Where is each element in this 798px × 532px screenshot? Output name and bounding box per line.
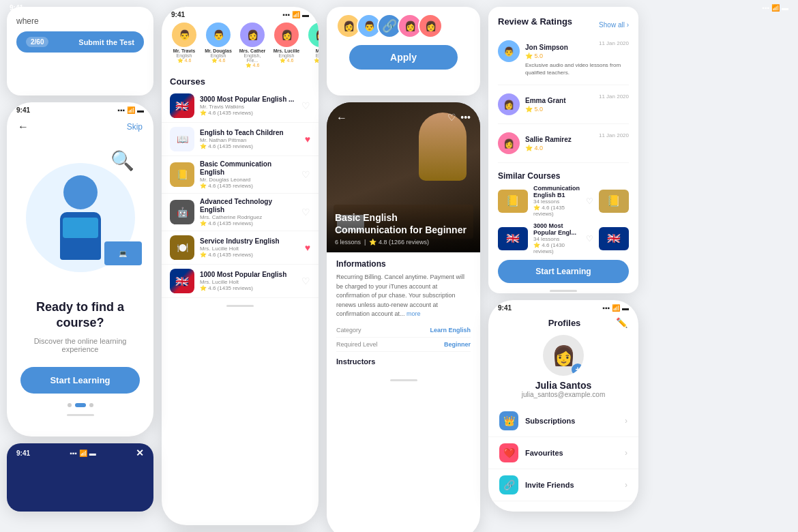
course-item-6[interactable]: 🇬🇧 1000 Most Popular English Mrs. Lucill… — [162, 265, 319, 298]
similar-thumb-img-1: 📒 — [599, 190, 629, 213]
review-handle — [550, 290, 577, 292]
instructors-section-label: Instructors — [336, 357, 471, 366]
teacher-item[interactable]: 👨 Mr. Travis English ⭐ 4.6 — [170, 23, 198, 68]
partial-phone-bottom: 9:41 ▪▪▪ 📶 ▬ ✕ — [7, 443, 153, 512]
similar-info-2: 3000 Most Popular Engl... 34 lessons ⭐ 4… — [533, 222, 580, 254]
apply-avatar-5: 👩 — [418, 14, 443, 38]
teacher-avatar-3: 👩 — [240, 23, 265, 47]
subscriptions-arrow-icon: › — [625, 416, 627, 426]
teacher-stars-1: ⭐ 4.6 — [177, 58, 192, 63]
add-photo-icon[interactable]: + — [572, 364, 584, 376]
menu-item-subscriptions[interactable]: 👑 Subscriptions › — [488, 405, 638, 437]
apply-btn-container: Apply — [336, 45, 471, 70]
course-teacher-1: Mr. Travis Watkins — [200, 104, 296, 110]
start-learning-button[interactable]: Start Learning — [498, 260, 629, 283]
course-teacher-4: Mrs. Catherine Rodriguez — [200, 214, 296, 220]
apply-phone: 👩 👨 🔗 👩 👩 Apply — [327, 7, 480, 95]
menu-item-invite[interactable]: 🔗 Invite Friends › — [488, 469, 638, 501]
favorite-icon-4[interactable]: ♡ — [301, 207, 310, 218]
favorite-icon-3[interactable]: ♡ — [301, 169, 310, 180]
partial-status-bar: 9:41 ▪▪▪ 📶 ▬ ✕ — [7, 443, 153, 460]
course-title-1: 3000 Most Popular English ... — [200, 95, 296, 104]
review-title: Review & Ratings — [498, 16, 572, 27]
teacher-lang-2: English — [211, 53, 226, 58]
hero-more-icon[interactable]: ••• — [460, 112, 471, 123]
ready-phone: 9:41 ▪▪▪ 📶 ▬ ← Skip 💻 — [7, 102, 153, 437]
favorite-icon-5[interactable]: ♥ — [305, 242, 310, 253]
course-thumb-1: 🇬🇧 — [170, 93, 194, 118]
hero-heart-icon[interactable]: ♡ — [447, 112, 456, 123]
course-info-2: English to Teach Children Mr. Nathan Pit… — [200, 129, 299, 149]
hero-back-icon[interactable]: ← — [336, 112, 347, 124]
similar-item-1[interactable]: 📒 Communication English B1 34 lessons ⭐ … — [498, 185, 629, 217]
favorite-icon-6[interactable]: ♡ — [301, 276, 310, 286]
reviewer-name-1: Jon Simpson — [525, 44, 568, 51]
profile-avatar: 👩 + — [543, 335, 584, 376]
teacher-item-5[interactable]: 👩 Mrs. En... ⭐ 4.6 — [306, 23, 319, 68]
ready-header: ← Skip — [7, 115, 153, 136]
more-link[interactable]: more — [407, 310, 421, 317]
similar-thumb-img-2: 🇬🇧 — [599, 227, 629, 250]
course-info-4: Advanced Technology English Mrs. Catheri… — [200, 198, 296, 226]
column-2: 9:41 ▪▪▪ 📶 ▬ 👨 Mr. Travis English ⭐ 4.6 … — [162, 7, 319, 532]
page-dots — [7, 403, 153, 407]
submit-test-button[interactable]: 2/60 Submit the Test — [16, 31, 144, 53]
course-teacher-5: Mrs. Lucille Holt — [200, 246, 299, 252]
review-body-3: Sallie Ramirez 11 Jan 2020 ⭐ 4.0 — [525, 132, 629, 154]
course-title-6: 1000 Most Popular English — [200, 271, 296, 279]
review-item-1: 👨 Jon Simpson 11 Jan 2020 ⭐ 5.0 Exclusiv… — [498, 40, 629, 85]
invite-label: Invite Friends — [525, 481, 618, 489]
dot-1 — [68, 403, 72, 407]
teacher-lang-3: English, Fre... — [238, 53, 267, 63]
partial-signal: ▪▪▪ — [70, 449, 77, 457]
similar-rating-2: ⭐ 4.6 (1430 reviews) — [533, 242, 580, 254]
course-item-3[interactable]: 📒 Basic Communication English Mr. Dougla… — [162, 156, 319, 194]
teacher-item-4[interactable]: 👩 Mrs. Lucille English ⭐ 4.6 — [272, 23, 301, 68]
profile-status-icons: ▪▪▪ 📶 ▬ — [602, 304, 629, 312]
favorite-icon-2[interactable]: ♥ — [305, 134, 310, 145]
similar-heart-1[interactable]: ♡ — [586, 196, 593, 206]
course-rating-1: ⭐ 4.6 (1435 reviews) — [200, 110, 296, 116]
menu-item-favourites[interactable]: ❤️ Favourites › — [488, 437, 638, 469]
course-info-1: 3000 Most Popular English ... Mr. Travis… — [200, 95, 296, 116]
teacher-name-1: Mr. Travis — [173, 48, 195, 53]
dot-2-active — [75, 403, 86, 407]
ready-text-block: Ready to find a course? Discover the onl… — [7, 299, 153, 353]
partial-wifi: 📶 — [79, 449, 87, 457]
favorite-icon-1[interactable]: ♡ — [301, 100, 310, 111]
similar-name-2: 3000 Most Popular Engl... — [533, 222, 580, 236]
course-item-2[interactable]: 📖 English to Teach Children Mr. Nathan P… — [162, 123, 319, 156]
course-item-5[interactable]: 🍽️ Service Industry English Mrs. Lucille… — [162, 231, 319, 265]
review-stars-3: ⭐ 4.0 — [525, 145, 629, 151]
course-body: Informations Recurring Billing. Cancel a… — [327, 252, 480, 372]
info-section-heading: Informations — [336, 259, 471, 269]
submit-label: Submit the Test — [78, 38, 134, 46]
review-stars-2: ⭐ 5.0 — [525, 106, 629, 113]
course-item-1[interactable]: 🇬🇧 3000 Most Popular English ... Mr. Tra… — [162, 89, 319, 123]
skip-link[interactable]: Skip — [127, 122, 143, 132]
edit-profile-icon[interactable]: ✏️ — [616, 317, 627, 328]
apply-button[interactable]: Apply — [349, 45, 458, 70]
wifi-icon: 📶 — [127, 106, 135, 114]
back-arrow-icon[interactable]: ← — [18, 121, 29, 133]
course-title-2: English to Teach Children — [200, 129, 299, 137]
course-teacher-2: Mr. Nathan Pittman — [200, 137, 299, 143]
column-3: 👩 👨 🔗 👩 👩 Apply 9:41 ▪▪▪ 📶 ▬ ← — [327, 7, 480, 532]
phone-handle — [67, 414, 94, 416]
battery-icon: ▬ — [137, 106, 144, 114]
review-date-2: 11 Jan 2020 — [599, 93, 629, 100]
similar-heart-2[interactable]: ♡ — [586, 234, 593, 243]
course-rating-5: ⭐ 4.6 (1435 reviews) — [200, 252, 299, 258]
course-rating-3: ⭐ 4.6 (1435 reviews) — [200, 183, 296, 189]
teacher-item-2[interactable]: 👨 Mr. Douglas English ⭐ 4.6 — [204, 23, 233, 68]
invite-arrow-icon: › — [625, 480, 627, 490]
course-item-4[interactable]: 🤖 Advanced Technology English Mrs. Cathe… — [162, 194, 319, 231]
course-thumb-6: 🇬🇧 — [170, 269, 194, 293]
teacher-item-3[interactable]: 👩 Mrs. Cather English, Fre... ⭐ 4.6 — [238, 23, 267, 68]
similar-item-2[interactable]: 🇬🇧 3000 Most Popular Engl... 34 lessons … — [498, 222, 629, 254]
show-all-link[interactable]: Show all › — [599, 21, 629, 29]
start-learning-button[interactable]: Start Learning — [20, 367, 140, 394]
partial-close-icon[interactable]: ✕ — [136, 447, 144, 458]
profile-header: Profiles ✏️ — [488, 313, 638, 331]
subscriptions-label: Subscriptions — [525, 417, 618, 425]
